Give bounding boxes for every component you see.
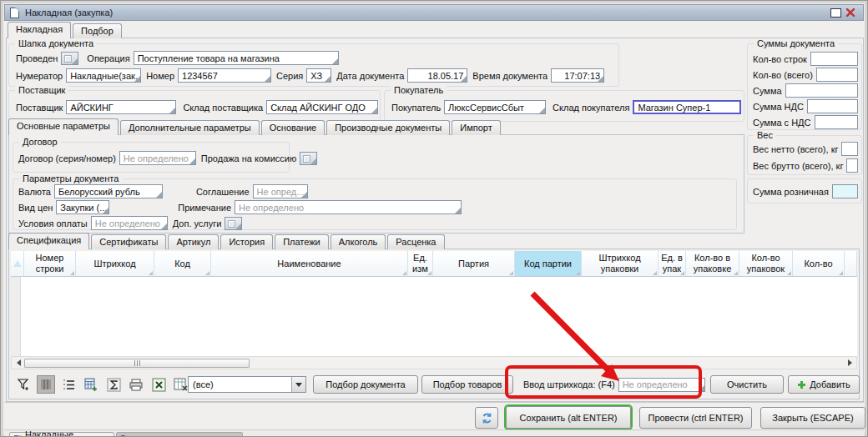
- number-field[interactable]: 1234567: [178, 68, 271, 83]
- price-type-label: Вид цен: [18, 203, 53, 213]
- sum-field[interactable]: [785, 83, 858, 98]
- col-pack-unit[interactable]: Ед. вупак: [659, 251, 686, 276]
- tab-derived-docs[interactable]: Производные документы: [326, 120, 450, 135]
- col-unit[interactable]: Ед.изм: [408, 251, 433, 276]
- spec-table-body[interactable]: [11, 277, 857, 356]
- currency-field[interactable]: Белорусский рубль: [54, 184, 163, 198]
- tab-specification[interactable]: Спецификация: [8, 233, 89, 249]
- tab-history[interactable]: История: [220, 234, 273, 249]
- price-type-field[interactable]: Закупки (...: [56, 200, 109, 214]
- clear-button[interactable]: Очистить: [710, 375, 784, 394]
- maximize-button[interactable]: [828, 7, 843, 19]
- sum-vat-field[interactable]: [807, 99, 858, 113]
- header-row-2: Нумератор Накладные(зак... Номер 1234567…: [11, 68, 615, 83]
- title-bar[interactable]: Накладная (закупка): [4, 4, 864, 21]
- scroll-left-button[interactable]: [12, 357, 24, 369]
- barcode-entry-row: Ввод штрихкода: (F4) Не определено: [518, 375, 705, 394]
- buyer-warehouse-field[interactable]: Магазин Супер-1: [633, 100, 741, 114]
- close-button[interactable]: [843, 7, 858, 19]
- filter-add-icon[interactable]: [14, 375, 33, 394]
- tab-payments[interactable]: Платежи: [275, 234, 329, 249]
- refresh-button[interactable]: [475, 407, 498, 429]
- operation-field[interactable]: Поступление товара на магазина: [134, 51, 339, 65]
- proveden-label: Проведен: [16, 53, 58, 63]
- barcode-entry-field[interactable]: Не определено: [618, 378, 705, 392]
- retail-sum-field[interactable]: [832, 184, 858, 198]
- retail-sum-group: Сумма розничная: [747, 178, 862, 203]
- sigma-icon[interactable]: [104, 375, 123, 394]
- note-field[interactable]: Не определено: [235, 200, 462, 214]
- contract-field[interactable]: Не определено: [119, 151, 196, 165]
- filter-dropdown[interactable]: (все): [188, 376, 306, 393]
- operation-label: Операция: [87, 53, 129, 63]
- sort-indicator-cell[interactable]: [11, 251, 24, 276]
- sums-row-count: Кол-во строк: [748, 52, 858, 66]
- buyer-field[interactable]: ЛюксСервисСбыт: [444, 100, 546, 114]
- add-button[interactable]: Добавить: [788, 375, 860, 394]
- numerator-field[interactable]: Накладные(зак...: [66, 68, 141, 83]
- sums-group: Суммы документа Кол-во строк Кол-во (все…: [747, 43, 862, 130]
- maximize-icon: [830, 8, 841, 18]
- column-visibility-icon[interactable]: [37, 375, 55, 394]
- tab-import[interactable]: Импорт: [452, 120, 500, 135]
- col-pack-count[interactable]: Кол-воупаковок: [739, 251, 793, 276]
- agreement-field[interactable]: Не опред...: [253, 184, 308, 198]
- extra-services-checkbox[interactable]: [225, 217, 242, 230]
- sum-label: Сумма: [753, 86, 782, 96]
- number-label: Номер: [146, 71, 174, 81]
- taskbar-tab-invoice[interactable]: Накладная (закупка): [116, 432, 243, 437]
- taskbar-tab-invoices[interactable]: Накладные (закупка): [9, 432, 114, 437]
- tab-basis[interactable]: Основание: [261, 120, 325, 135]
- sums-row-vat: Сумма НДС: [748, 99, 858, 113]
- scroll-thumb[interactable]: [24, 359, 250, 368]
- col-code[interactable]: Код: [154, 251, 211, 276]
- save-button[interactable]: Сохранить (alt ENTER): [506, 406, 631, 429]
- net-weight-field[interactable]: [841, 142, 858, 156]
- pick-goods-button[interactable]: Подбор товаров: [421, 375, 513, 394]
- param-tab-strip: Основные параметры Дополнительные параме…: [8, 119, 502, 135]
- sum-with-vat-field[interactable]: [815, 115, 858, 129]
- pick-document-button[interactable]: Подбор документа: [313, 375, 418, 394]
- col-batch-code[interactable]: Код партии: [515, 251, 582, 276]
- date-field[interactable]: 18.05.17: [407, 68, 467, 83]
- tab-main-params[interactable]: Основные параметры: [8, 118, 119, 135]
- col-qty[interactable]: Кол-во: [793, 251, 845, 276]
- tab-nakladnaya[interactable]: Накладная: [8, 22, 71, 38]
- col-qty-in-pack[interactable]: Кол-во вупаковке: [686, 251, 739, 276]
- tab-extra-params[interactable]: Дополнительные параметры: [120, 120, 260, 135]
- col-barcode[interactable]: Штрихкод: [76, 251, 154, 276]
- supplier-field[interactable]: АЙСКИНГ: [66, 100, 176, 114]
- col-batch[interactable]: Партия: [433, 251, 515, 276]
- commission-checkbox[interactable]: [300, 152, 317, 165]
- supplier-warehouse-field[interactable]: Склад АЙСКИНГ ОДО: [266, 100, 378, 114]
- contract-row: Договор (серия/номер) Не определено Прод…: [13, 151, 285, 165]
- tab-podbor[interactable]: Подбор: [73, 23, 122, 38]
- rows-count-field[interactable]: [810, 52, 858, 66]
- tab-pricing[interactable]: Расценка: [387, 234, 444, 249]
- print-icon[interactable]: [127, 375, 145, 394]
- tab-certificates[interactable]: Сертификаты: [91, 234, 166, 249]
- col-row-number[interactable]: Номерстроки: [24, 251, 76, 276]
- proveden-checkbox[interactable]: [61, 52, 78, 65]
- spec-hscrollbar[interactable]: [11, 356, 857, 369]
- tab-alcohol[interactable]: Алкоголь: [331, 234, 386, 249]
- qty-total-field[interactable]: [816, 68, 858, 82]
- net-weight-label: Вес нетто (всего), кг: [753, 144, 838, 154]
- calculator-add-icon[interactable]: [82, 375, 100, 394]
- col-name[interactable]: Наименование: [211, 251, 408, 276]
- time-field[interactable]: 17:07:13: [551, 68, 604, 83]
- currency-value: Белорусский рубль: [58, 187, 140, 197]
- numbered-list-icon[interactable]: [59, 375, 78, 394]
- payment-terms-field[interactable]: Не определено: [91, 216, 168, 230]
- scroll-right-button[interactable]: [844, 357, 856, 369]
- excel-icon[interactable]: [149, 375, 168, 394]
- close-window-button[interactable]: Закрыть (ESCAPE): [760, 407, 865, 429]
- tab-article[interactable]: Артикул: [168, 234, 219, 249]
- contract-value: Не определено: [124, 153, 189, 163]
- contract-group: Договор Договор (серия/номер) Не определ…: [13, 142, 290, 173]
- col-pack-barcode[interactable]: Штрихкодупаковки: [582, 251, 659, 276]
- price-type-value: Закупки (...: [60, 203, 107, 213]
- series-field[interactable]: ХЗ: [306, 68, 331, 83]
- post-button[interactable]: Провести (ctrl ENTER): [639, 407, 752, 429]
- gross-weight-field[interactable]: [846, 158, 858, 173]
